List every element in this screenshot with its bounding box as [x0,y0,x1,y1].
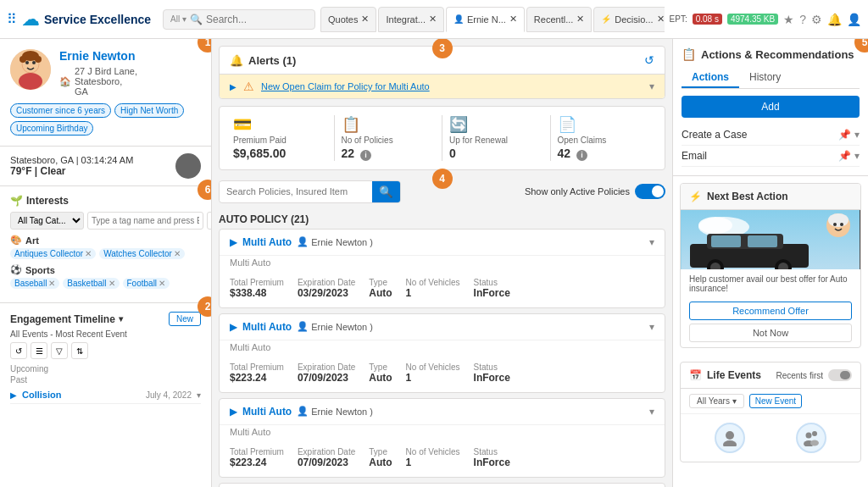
life-events-title: 📅 Life Events [689,369,761,381]
main-layout: Ernie Newton 🏠 27 J Bird Lane, Statesbor… [0,39,868,487]
timeline-item-date: July 4, 2022 [146,390,192,400]
policy-3-premium: Total Premium $223.24 [230,447,284,468]
toggle-label: Show only Active Policies [525,186,630,196]
star-icon[interactable]: ★ [783,13,794,26]
alerts-card: 🔔 Alerts (1) ↺ ▶ ⚠ New Open Claim for Po… [219,46,665,99]
tab-decisio-label: Decisio... [615,14,653,25]
timeline-item-title: Collision [22,390,141,400]
tab-actions[interactable]: Actions [682,68,739,88]
not-now-button[interactable]: Not Now [689,324,852,342]
policy-1-name[interactable]: Multi Auto [242,236,292,248]
premium-value: $9,685.00 [233,147,286,160]
create-case-label[interactable]: Create a Case [682,129,747,141]
active-policies-toggle[interactable] [635,184,665,199]
tab-integrat-label: Integrat... [386,14,425,25]
tab-quotes-label: Quotes [328,14,358,25]
policy-2-expand-icon[interactable]: ▶ [230,321,237,333]
tab-integrat-close[interactable]: ✕ [429,14,437,25]
policy-search-button[interactable]: 🔍 [372,181,400,202]
metric-premium-paid: 💳 Premium Paid $9,685.00 [233,115,327,161]
email-dropdown-icon[interactable]: ▾ [854,150,860,162]
contact-card: Ernie Newton 🏠 27 J Bird Lane, Statesbor… [0,39,211,147]
tab-recently1-close[interactable]: ✕ [576,14,584,25]
email-icons: 📌 ▾ [838,150,860,162]
tab-decisio-close[interactable]: ✕ [657,14,665,25]
toggle-thumb [652,185,664,197]
policy-search-input[interactable] [220,182,372,201]
policy-3-chevron[interactable]: ▾ [649,406,654,418]
tag-basketball-remove[interactable]: ✕ [108,279,115,288]
alert-text[interactable]: New Open Claim for Policy for Multi Auto [261,81,643,91]
add-action-button[interactable]: Add [682,96,860,118]
dropdown-icon[interactable]: ▾ [854,129,860,141]
email-label[interactable]: Email [682,150,707,162]
tag-search-input[interactable] [87,212,203,230]
timeline-item-collision[interactable]: ▶ Collision July 4, 2022 ▾ [10,386,201,404]
policy-2-status: Status InForce [474,362,510,384]
engagement-filter-icon[interactable]: ▽ [51,342,68,359]
policy-2-premium: Total Premium $223.24 [230,362,284,384]
policy-2-name[interactable]: Multi Auto [242,321,292,333]
alerts-refresh-icon[interactable]: ↺ [644,53,654,67]
recommend-offer-button[interactable]: Recommend Offer [689,302,852,320]
search-dropdown-icon[interactable]: All ▾ [170,14,186,24]
tab-history[interactable]: History [739,68,791,88]
tab-ernie-close[interactable]: ✕ [509,14,517,25]
engagement-refresh-icon[interactable]: ↺ [10,342,27,359]
engagement-sort-icon[interactable]: ⇅ [71,342,88,359]
engagement-dropdown-icon[interactable]: ▾ [119,314,123,324]
address-line3: GA [75,86,137,97]
notification-icon[interactable]: 🔔 [827,13,842,26]
policies-icon: 📋 [342,115,360,134]
pin-icon[interactable]: 📌 [838,129,851,141]
policy-1-expand-icon[interactable]: ▶ [230,236,237,248]
badge-6: 6 [198,180,212,200]
new-event-button[interactable]: New Event [749,394,802,408]
life-event-family-icon-item [796,423,826,453]
contact-name[interactable]: Ernie Newton [59,49,137,63]
nba-icon: ⚡ [689,191,702,202]
policy-3-expand-icon[interactable]: ▶ [230,406,237,418]
policy-2-chevron[interactable]: ▾ [649,321,654,333]
tag-antiques-remove[interactable]: ✕ [85,249,92,258]
tab-quotes[interactable]: Quotes ✕ [320,7,376,32]
badge-2: 2 [198,296,212,317]
apps-icon[interactable]: ⠿ [7,11,17,27]
svg-point-10 [698,217,732,234]
tab-integrat[interactable]: Integrat... ✕ [378,7,443,32]
tag-football-remove[interactable]: ✕ [159,279,165,288]
tab-recently1[interactable]: Recentl... ✕ [526,7,592,32]
avatar-icon[interactable]: 👤 [847,13,861,26]
svg-point-7 [35,56,42,63]
alert-warning-icon: ⚠ [243,80,254,93]
tab-decisio[interactable]: ⚡ Decisio... ✕ [593,7,664,32]
help-icon[interactable]: ? [799,13,806,26]
recents-toggle[interactable] [828,369,852,381]
art-label: Art [25,235,39,246]
tab-quotes-close[interactable]: ✕ [361,14,369,25]
tag-watches-remove[interactable]: ✕ [174,249,181,258]
all-years-filter[interactable]: All Years ▾ [689,394,744,408]
alert-row: ▶ ⚠ New Open Claim for Policy for Multi … [220,75,665,98]
contact-address: 🏠 27 J Bird Lane, Statesboro, GA [59,66,137,97]
search-input[interactable] [206,14,308,25]
tag-category-dropdown[interactable]: All Tag Cat... [10,212,84,230]
tab-ernie[interactable]: 👤 Ernie N... ✕ [446,7,525,32]
weather-temp: 79°F | Clear [10,165,133,177]
sports-tags: Baseball ✕ Basketball ✕ Football ✕ [10,278,201,289]
alert-chevron-icon[interactable]: ▾ [649,80,654,92]
top-navigation: ⠿ ☁ Service Excellence All ▾ 🔍 Quotes ✕ … [0,0,868,39]
tag-football: Football ✕ [123,278,170,289]
email-pin-icon[interactable]: 📌 [838,150,851,162]
engagement-list-icon[interactable]: ☰ [31,342,47,359]
engagement-new-button[interactable]: New [169,312,201,326]
policy-card-3: ▶ Multi Auto 👤 Ernie Newton) ▾ Multi Aut… [219,398,665,478]
expand-alert-icon[interactable]: ▶ [230,82,236,91]
policy-2-vehicles: No of Vehicles 1 [406,362,460,384]
contact-tags: Customer since 6 years High Net Worth Up… [10,103,201,136]
tag-baseball-remove[interactable]: ✕ [48,279,55,288]
policy-3-name[interactable]: Multi Auto [242,406,292,418]
settings-icon[interactable]: ⚙ [811,13,822,26]
policy-1-chevron[interactable]: ▾ [649,236,654,248]
timeline-dropdown-icon[interactable]: ▾ [197,390,201,400]
